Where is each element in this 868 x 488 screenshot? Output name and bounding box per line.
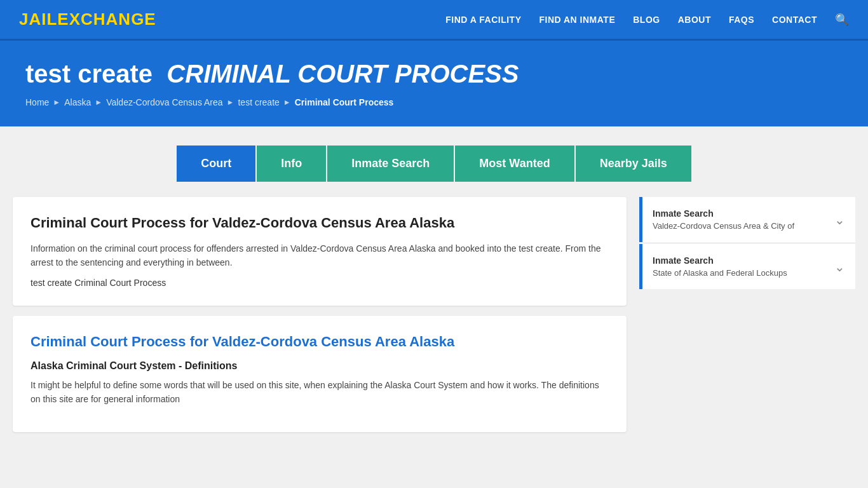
nav-contact[interactable]: CONTACT xyxy=(772,15,817,25)
main-info-card: Criminal Court Process for Valdez-Cordov… xyxy=(13,197,627,306)
sidebar-label-1: Inmate Search xyxy=(653,208,794,219)
title-normal: test create xyxy=(25,60,153,88)
sidebar-sublabel-1: Valdez-Cordova Census Area & City of xyxy=(653,221,794,231)
breadcrumb-sep-0: ► xyxy=(53,98,60,107)
nav-faqs[interactable]: FAQs xyxy=(729,15,754,25)
hero-section: test create CRIMINAL COURT PROCESS Home … xyxy=(0,41,868,126)
logo-exchange: EXCHANGE xyxy=(57,10,156,29)
tab-inmate-search[interactable]: Inmate Search xyxy=(327,146,454,182)
main-nav: FIND A FACILITY FIND AN INMATE BLOG ABOU… xyxy=(445,13,849,27)
content-area: Criminal Court Process for Valdez-Cordov… xyxy=(0,197,868,451)
main-card-title: Criminal Court Process for Valdez-Cordov… xyxy=(31,215,609,231)
sidebar-sublabel-2: State of Alaska and Federal Lockups xyxy=(653,268,787,278)
tab-info[interactable]: Info xyxy=(257,146,326,182)
title-italic: CRIMINAL COURT PROCESS xyxy=(166,60,519,88)
nav-blog[interactable]: BLOG xyxy=(633,15,660,25)
right-panel: Inmate Search Valdez-Cordova Census Area… xyxy=(639,197,855,432)
second-card-title: Criminal Court Process for Valdez-Cordov… xyxy=(31,334,609,350)
tab-court[interactable]: Court xyxy=(177,146,255,182)
breadcrumb: Home ► Alaska ► Valdez-Cordova Census Ar… xyxy=(25,97,843,107)
site-logo[interactable]: JAILEXCHANGE xyxy=(19,10,156,29)
nav-find-inmate[interactable]: FIND AN INMATE xyxy=(539,15,615,25)
main-card-text: Information on the criminal court proces… xyxy=(31,241,609,270)
search-icon[interactable]: 🔍 xyxy=(835,13,849,27)
second-info-card: Criminal Court Process for Valdez-Cordov… xyxy=(13,316,627,432)
sidebar-inmate-search-1[interactable]: Inmate Search Valdez-Cordova Census Area… xyxy=(639,197,855,242)
tab-most-wanted[interactable]: Most Wanted xyxy=(455,146,574,182)
breadcrumb-test-create[interactable]: test create xyxy=(238,97,279,107)
breadcrumb-census-area[interactable]: Valdez-Cordova Census Area xyxy=(106,97,222,107)
chevron-down-icon-1: ⌄ xyxy=(834,212,845,227)
breadcrumb-alaska[interactable]: Alaska xyxy=(64,97,91,107)
breadcrumb-sep-3: ► xyxy=(283,98,291,107)
tabs-bar: Court Info Inmate Search Most Wanted Nea… xyxy=(0,126,868,197)
breadcrumb-sep-1: ► xyxy=(95,98,102,107)
nav-find-facility[interactable]: FIND A FACILITY xyxy=(445,15,521,25)
second-card-subtitle: Alaska Criminal Court System - Definitio… xyxy=(31,360,609,372)
tab-nearby-jails[interactable]: Nearby Jails xyxy=(576,146,691,182)
nav-about[interactable]: ABOUT xyxy=(678,15,711,25)
second-card-text: It might be helpful to define some words… xyxy=(31,378,609,407)
logo-jail: JAIL xyxy=(19,10,57,29)
breadcrumb-sep-2: ► xyxy=(227,98,234,107)
main-card-sub: test create Criminal Court Process xyxy=(31,278,609,288)
page-title: test create CRIMINAL COURT PROCESS xyxy=(25,60,843,88)
site-header: JAILEXCHANGE FIND A FACILITY FIND AN INM… xyxy=(0,0,868,41)
breadcrumb-home[interactable]: Home xyxy=(25,97,49,107)
chevron-down-icon-2: ⌄ xyxy=(834,259,845,274)
breadcrumb-current: Criminal Court Process xyxy=(295,97,394,107)
sidebar-inmate-search-2[interactable]: Inmate Search State of Alaska and Federa… xyxy=(639,244,855,289)
sidebar-label-2: Inmate Search xyxy=(653,255,787,266)
left-panel: Criminal Court Process for Valdez-Cordov… xyxy=(13,197,627,432)
